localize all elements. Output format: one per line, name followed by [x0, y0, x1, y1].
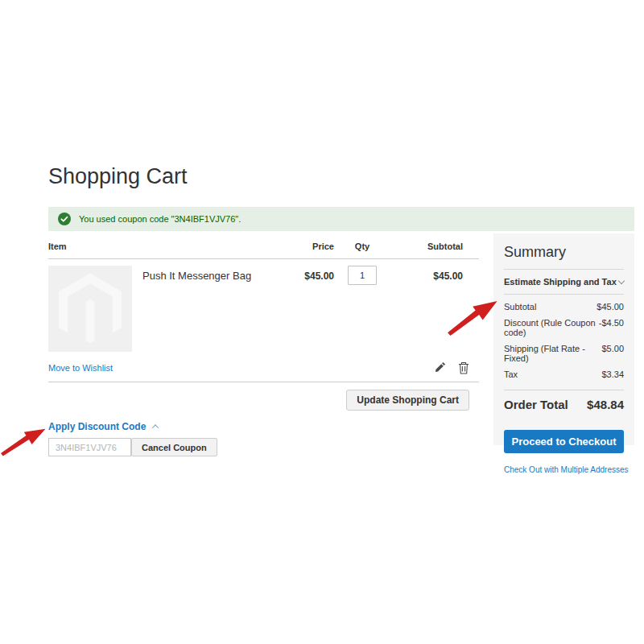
red-arrow-annotation-coupon [0, 421, 51, 461]
shipping-label: Shipping (Flat Rate - Fixed) [504, 344, 601, 363]
product-image-placeholder[interactable] [48, 266, 132, 352]
qty-input[interactable] [348, 266, 377, 285]
item-actions [435, 361, 469, 374]
cancel-coupon-button[interactable]: Cancel Coupon [131, 438, 217, 456]
apply-discount-code-toggle[interactable]: Apply Discount Code [48, 421, 158, 432]
tax-label: Tax [504, 369, 518, 379]
totals-table: Subtotal $45.00 Discount (Rule Coupon co… [504, 295, 624, 390]
item-subtotal: $45.00 [390, 266, 463, 352]
subtotal-value: $45.00 [597, 302, 624, 312]
shipping-value: $5.00 [601, 344, 624, 363]
check-circle-icon [58, 213, 71, 225]
page-title: Shopping Cart [48, 164, 188, 189]
item-price: $45.00 [262, 266, 334, 352]
qty-cell [334, 266, 390, 352]
item-cell: Push It Messenger Bag [48, 266, 262, 352]
subtotal-row: Subtotal $45.00 [504, 299, 624, 315]
cart-item-row: Push It Messenger Bag $45.00 $45.00 [48, 259, 479, 352]
delete-trash-icon[interactable] [458, 361, 469, 374]
discount-value: -$4.50 [599, 318, 624, 337]
header-price: Price [262, 242, 334, 251]
summary-title: Summary [504, 244, 624, 261]
chevron-down-icon [618, 277, 625, 283]
multishipping-checkout-link[interactable]: Check Out with Multiple Addresses [504, 465, 624, 474]
order-total-value: $48.84 [587, 398, 624, 411]
chevron-up-icon [152, 424, 159, 431]
header-qty: Qty [334, 242, 390, 251]
update-shopping-cart-button[interactable]: Update Shopping Cart [346, 390, 469, 411]
subtotal-label: Subtotal [504, 302, 536, 312]
cart-buttons-row: Update Shopping Cart [48, 390, 479, 411]
cart-items: Push It Messenger Bag $45.00 $45.00 Move… [48, 259, 479, 382]
coupon-code-input[interactable] [48, 438, 131, 456]
edit-pencil-icon[interactable] [435, 361, 446, 374]
proceed-to-checkout-button[interactable]: Proceed to Checkout [504, 430, 624, 453]
product-name-link[interactable]: Push It Messenger Bag [142, 266, 251, 352]
cart-table: Item Price Qty Subtotal Push It Messenge… [48, 242, 479, 456]
discount-block: Apply Discount Code Cancel Coupon [48, 419, 479, 456]
header-subtotal: Subtotal [390, 242, 463, 251]
tax-value: $3.34 [601, 369, 624, 379]
estimate-shipping-label: Estimate Shipping and Tax [504, 277, 617, 287]
discount-fields: Cancel Coupon [48, 438, 479, 456]
discount-label: Discount (Rule Coupon code) [504, 318, 599, 337]
success-message: You used coupon code "3N4IBF1VJV76". [48, 207, 634, 231]
discount-row: Discount (Rule Coupon code) -$4.50 [504, 315, 624, 341]
move-to-wishlist-link[interactable]: Move to Wishlist [48, 363, 113, 373]
order-total-row: Order Total $48.84 [504, 390, 624, 411]
apply-discount-code-label: Apply Discount Code [48, 421, 146, 432]
order-total-label: Order Total [504, 398, 568, 411]
success-message-text: You used coupon code "3N4IBF1VJV76". [79, 214, 241, 224]
tax-row: Tax $3.34 [504, 366, 624, 382]
item-actions-row: Move to Wishlist [48, 361, 479, 374]
shipping-row: Shipping (Flat Rate - Fixed) $5.00 [504, 341, 624, 366]
cart-table-header: Item Price Qty Subtotal [48, 242, 479, 259]
magento-logo-icon [59, 273, 122, 345]
summary-panel: Summary Estimate Shipping and Tax Subtot… [493, 233, 634, 445]
estimate-shipping-toggle[interactable]: Estimate Shipping and Tax [504, 270, 624, 294]
header-item: Item [48, 242, 262, 251]
